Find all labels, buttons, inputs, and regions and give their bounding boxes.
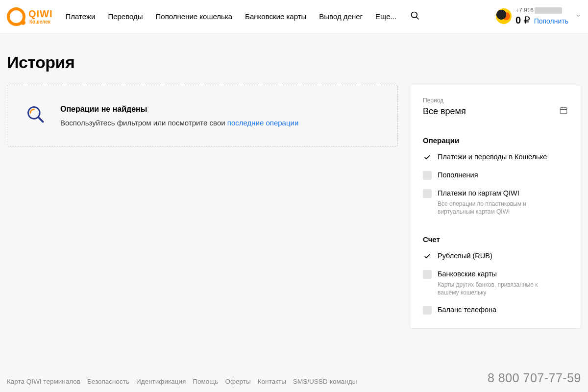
- calendar-icon: [559, 106, 568, 117]
- nav-item-withdraw[interactable]: Вывод денег: [319, 12, 363, 21]
- svg-point-0: [412, 12, 417, 18]
- footer-link-contacts[interactable]: Контакты: [258, 378, 286, 385]
- nav-item-cards[interactable]: Банковские карты: [245, 12, 306, 21]
- filter-operations-section: Операции Платежи и переводы в Кошельке П…: [423, 136, 568, 216]
- filter-account-section: Счет Рублевый (RUB) Банковские карты Кар…: [423, 235, 568, 315]
- operations-heading: Операции: [423, 136, 568, 145]
- filter-op-payments-transfers[interactable]: Платежи и переводы в Кошельке: [423, 152, 568, 162]
- svg-rect-4: [560, 108, 567, 114]
- balance-value: 0: [515, 15, 521, 25]
- svg-line-1: [416, 17, 419, 19]
- account-heading: Счет: [423, 235, 568, 244]
- filter-panel: Период Все время Операции Платежи и пере…: [410, 85, 581, 329]
- checkbox-unchecked-icon: [423, 270, 432, 279]
- account-block: +7 916 0 ₽ Пополнить: [496, 7, 581, 25]
- footer-link-security[interactable]: Безопасность: [87, 378, 129, 385]
- empty-description: Воспользуйтесь фильтром или посмотрите с…: [60, 119, 298, 127]
- logo-sub: Кошелек: [29, 20, 53, 24]
- nav-item-topup[interactable]: Пополнение кошелька: [156, 12, 233, 21]
- footer-link-sms-ussd[interactable]: SMS/USSD-команды: [293, 378, 357, 385]
- filter-acc-label: Рублевый (RUB): [438, 251, 492, 261]
- filter-op-card-payments[interactable]: Платежи по картам QIWI Все операции по п…: [423, 189, 568, 216]
- nav-item-more[interactable]: Еще...: [375, 12, 396, 21]
- logo-icon: [7, 7, 25, 26]
- checkbox-checked-icon: [423, 252, 432, 261]
- filter-op-label: Платежи по картам QIWI: [438, 189, 560, 198]
- footer-link-identification[interactable]: Идентификация: [136, 378, 186, 385]
- nav-item-transfers[interactable]: Переводы: [108, 12, 143, 21]
- period-selector[interactable]: Все время: [423, 106, 568, 117]
- filter-op-label: Пополнения: [438, 171, 478, 180]
- footer-link-terminal-map[interactable]: Карта QIWI терминалов: [7, 378, 80, 385]
- checkbox-unchecked-icon: [423, 306, 432, 315]
- filter-acc-phone-balance[interactable]: Баланс телефона: [423, 305, 568, 315]
- empty-state-panel: Операции не найдены Воспользуйтесь фильт…: [7, 85, 398, 147]
- period-value: Все время: [423, 106, 466, 117]
- topup-link[interactable]: Пополнить: [534, 17, 568, 25]
- checkbox-unchecked-icon: [423, 189, 432, 198]
- logo[interactable]: QIWI Кошелек: [7, 7, 53, 26]
- logo-brand: QIWI: [28, 9, 53, 19]
- top-nav: Платежи Переводы Пополнение кошелька Бан…: [66, 12, 397, 21]
- main: История Операции не найдены Воспользуйте…: [0, 33, 588, 371]
- empty-desc-text: Воспользуйтесь фильтром или посмотрите с…: [60, 119, 227, 127]
- filter-op-sublabel: Все операции по пластиковым и виртуальны…: [438, 200, 560, 216]
- svg-line-3: [39, 118, 43, 122]
- nav-item-payments[interactable]: Платежи: [66, 12, 96, 21]
- period-label: Период: [423, 97, 568, 104]
- footer: Карта QIWI терминалов Безопасность Идент…: [0, 371, 588, 392]
- account-phone: +7 916: [515, 7, 562, 14]
- filter-acc-sublabel: Карты других банков, привязанные к вашем…: [438, 281, 560, 296]
- filter-acc-label: Баланс телефона: [438, 305, 496, 315]
- chevron-down-icon[interactable]: [575, 12, 581, 21]
- filter-acc-bank-cards[interactable]: Банковские карты Карты других банков, пр…: [423, 270, 568, 296]
- empty-title: Операции не найдены: [60, 105, 298, 114]
- balance: 0 ₽: [515, 14, 530, 26]
- logo-text: QIWI Кошелек: [28, 9, 53, 24]
- page-title: История: [7, 53, 581, 72]
- footer-link-offers[interactable]: Оферты: [225, 378, 250, 385]
- recent-operations-link[interactable]: последние операции: [227, 119, 299, 127]
- footer-phone: 8 800 707-77-59: [488, 371, 581, 385]
- footer-link-help[interactable]: Помощь: [193, 378, 218, 385]
- filter-op-label: Платежи и переводы в Кошельке: [438, 152, 547, 162]
- currency-symbol: ₽: [524, 15, 530, 25]
- phone-masked: [535, 7, 562, 14]
- magnifier-icon: [25, 104, 47, 127]
- filter-op-deposits[interactable]: Пополнения: [423, 171, 568, 180]
- filter-acc-rub[interactable]: Рублевый (RUB): [423, 251, 568, 261]
- avatar[interactable]: [496, 8, 512, 24]
- checkbox-unchecked-icon: [423, 171, 432, 180]
- phone-prefix: +7 916: [515, 7, 534, 14]
- header: QIWI Кошелек Платежи Переводы Пополнение…: [0, 0, 588, 33]
- search-icon[interactable]: [410, 11, 420, 23]
- filter-acc-label: Банковские карты: [438, 270, 560, 279]
- checkbox-checked-icon: [423, 153, 432, 162]
- footer-links: Карта QIWI терминалов Безопасность Идент…: [7, 378, 357, 385]
